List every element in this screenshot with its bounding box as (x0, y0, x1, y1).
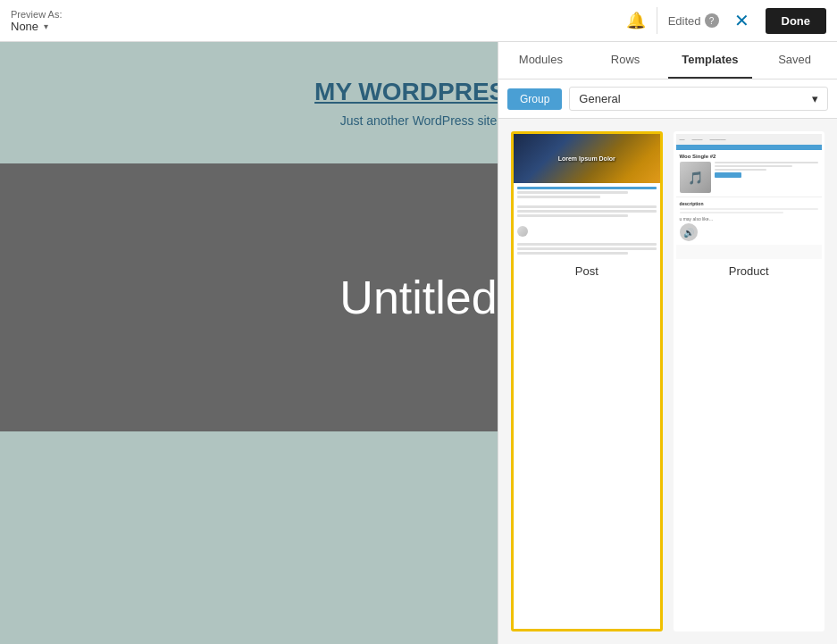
product-image: 🎵 (680, 162, 711, 193)
preview-value-text: None (11, 20, 38, 33)
product-preview: — —— ——— Woo Single #2 🎵 (676, 134, 823, 259)
prod-btn (715, 172, 741, 178)
side-panel: Modules Rows Templates Saved Group Gener… (498, 42, 837, 644)
product-desc-label: description (680, 201, 819, 206)
post-template-image: Lorem Ipsum Dolor (514, 134, 660, 259)
product-info (715, 162, 819, 193)
prod-line-1 (715, 162, 819, 163)
product-nav-bar: — —— ——— (676, 134, 823, 145)
post-line-3 (517, 196, 600, 198)
general-select[interactable]: General ▾ (569, 87, 828, 111)
product-title: Woo Single #2 (680, 154, 819, 159)
post-line-8 (517, 247, 657, 250)
post-body (514, 183, 660, 259)
top-bar-right: 🔔 Edited ? ✕ Done (626, 7, 826, 34)
post-line-4 (517, 205, 657, 208)
product-label: Product (676, 259, 823, 283)
preview-chevron-icon: ▾ (44, 21, 48, 31)
post-hero: Lorem Ipsum Dolor (514, 134, 660, 183)
edited-text: Edited (668, 14, 701, 28)
product-nav-3: ——— (710, 137, 726, 142)
done-button[interactable]: Done (766, 8, 827, 34)
tab-modules[interactable]: Modules (498, 42, 583, 79)
post-line-9 (517, 252, 628, 255)
prod-line-2 (715, 165, 792, 167)
product-nav-2: —— (692, 137, 703, 142)
post-avatar-row (517, 226, 657, 237)
divider (657, 7, 657, 34)
desc-line-2 (680, 212, 784, 213)
post-label: Post (514, 259, 660, 283)
desc-line-1 (680, 208, 819, 210)
post-line-5 (517, 210, 657, 213)
post-line-7 (517, 243, 657, 246)
general-label: General (579, 92, 620, 105)
template-card-product[interactable]: — —— ——— Woo Single #2 🎵 (674, 131, 825, 631)
edited-status: Edited ? (668, 13, 719, 28)
post-avatar (517, 226, 528, 237)
templates-grid: Lorem Ipsum Dolor (498, 119, 837, 644)
tab-rows[interactable]: Rows (583, 42, 668, 79)
product-content: 🎵 (680, 162, 819, 193)
product-body: Woo Single #2 🎵 (676, 150, 823, 197)
prod-line-3 (715, 169, 766, 171)
close-button[interactable]: ✕ (730, 8, 755, 33)
bell-icon[interactable]: 🔔 (626, 11, 646, 30)
tab-templates[interactable]: Templates (668, 42, 753, 79)
post-line-6 (517, 214, 628, 217)
help-icon[interactable]: ? (705, 13, 719, 28)
top-bar: Preview As: None ▾ 🔔 Edited ? ✕ Done (0, 0, 837, 42)
panel-tabs: Modules Rows Templates Saved (498, 42, 837, 79)
post-hero-text: Lorem Ipsum Dolor (558, 155, 615, 162)
group-row: Group General ▾ (498, 79, 837, 119)
template-card-post[interactable]: Lorem Ipsum Dolor (511, 131, 663, 631)
product-nav-1: — (680, 137, 685, 142)
post-line-1 (517, 187, 657, 189)
preview-section: Preview As: None ▾ (11, 9, 62, 33)
product-desc-section: description u may also like… 🔊 (676, 197, 823, 245)
product-thumb: 🔊 (680, 223, 698, 241)
preview-label: Preview As: (11, 9, 62, 20)
post-preview: Lorem Ipsum Dolor (514, 134, 660, 259)
general-chevron-icon: ▾ (812, 92, 818, 105)
product-also-label: u may also like… (680, 216, 819, 222)
preview-value-row[interactable]: None ▾ (11, 20, 62, 33)
group-button[interactable]: Group (507, 88, 562, 110)
tab-saved[interactable]: Saved (752, 42, 837, 79)
untitled-text: Untitled (339, 271, 497, 324)
product-template-image: — —— ——— Woo Single #2 🎵 (676, 134, 823, 259)
post-line-2 (517, 191, 628, 194)
